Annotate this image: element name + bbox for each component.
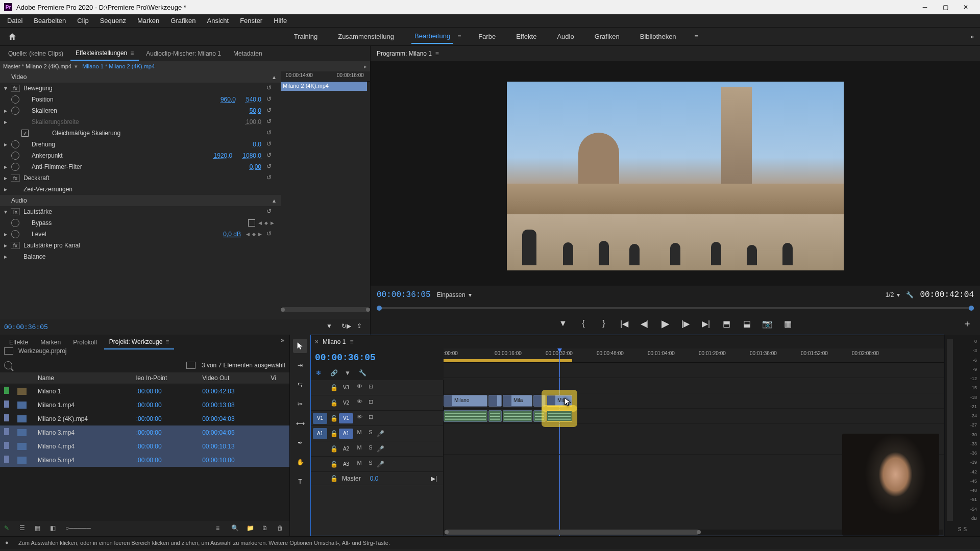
home-button[interactable] (6, 31, 18, 43)
reset-icon[interactable]: ↺ (266, 95, 275, 104)
new-item-icon[interactable]: 🗎 (262, 524, 270, 533)
stopwatch-icon[interactable] (11, 219, 19, 227)
overflow-icon[interactable]: » (281, 337, 284, 344)
audio-clip[interactable] (503, 410, 532, 422)
twirl-icon[interactable]: ▸ (2, 163, 9, 170)
video-track-header[interactable]: V1🔓V1👁⊡ (311, 411, 443, 426)
fx-badge[interactable]: fx (11, 242, 20, 249)
workspace-active-menu-icon[interactable]: ≡ (457, 33, 461, 40)
video-track-header[interactable]: 🔓V3👁⊡ (311, 380, 443, 395)
menu-grafiken[interactable]: Grafiken (165, 15, 201, 27)
video-clip[interactable] (488, 395, 502, 407)
new-bin-icon[interactable]: 📁 (247, 524, 255, 533)
menu-ansicht[interactable]: Ansicht (202, 15, 234, 27)
export-frame-button[interactable]: 📷 (762, 318, 773, 329)
video-track[interactable]: MilanoMilaMila (444, 393, 944, 409)
project-table[interactable]: Nameleo In-PointVideo OutVi Milano 1:00:… (0, 372, 289, 521)
mute-toggle[interactable]: M (354, 429, 364, 438)
lock-icon[interactable]: 🔓 (330, 430, 338, 437)
icon-view-icon[interactable]: ▦ (35, 524, 43, 533)
twirl-icon[interactable]: ▸ (2, 118, 9, 126)
level-value[interactable]: 0,0 dB (218, 231, 246, 238)
stopwatch-icon[interactable] (11, 163, 19, 171)
effect-timecode[interactable]: 00:00:36:05 (4, 323, 48, 331)
column-header[interactable]: Video Out (198, 372, 266, 384)
workspace-overflow[interactable]: » (970, 33, 974, 40)
mark-in-button[interactable]: { (578, 318, 589, 329)
video-clip[interactable]: Mila (547, 395, 572, 407)
prev-keyframe-icon[interactable]: ◀ (258, 220, 263, 226)
panel-menu-icon[interactable]: ≡ (130, 49, 134, 57)
scale-value[interactable]: 50,0 (244, 107, 266, 114)
track-output-toggle[interactable]: 👁 (354, 383, 364, 392)
lock-icon[interactable]: 🔓 (330, 461, 338, 468)
prev-keyframe-icon[interactable]: ◀ (246, 232, 251, 237)
twirl-icon[interactable]: ▸ (2, 107, 9, 114)
lock-icon[interactable]: 🔓 (330, 445, 338, 453)
twirl-icon[interactable]: ▾ (2, 85, 9, 92)
work-area-bar[interactable] (444, 359, 572, 362)
sync-lock-icon[interactable]: ⊡ (365, 414, 376, 423)
close-button[interactable]: ✕ (961, 2, 971, 12)
filter-icon[interactable]: ▼ (326, 322, 335, 332)
menu-fenster[interactable]: Fenster (235, 15, 267, 27)
twirl-icon[interactable]: ▸ (2, 186, 9, 193)
search-icon[interactable] (4, 361, 12, 369)
twirl-icon[interactable]: ▸ (2, 141, 9, 148)
source-tab[interactable]: Effekteinstellungen≡ (70, 46, 139, 61)
fx-badge[interactable]: fx (11, 85, 20, 92)
program-video-frame[interactable] (507, 82, 844, 270)
effect-zoom-scroll[interactable] (281, 307, 370, 312)
collapse-icon[interactable]: ▴ (273, 73, 276, 81)
twirl-icon[interactable]: ▸ (2, 231, 9, 238)
panel-menu-icon[interactable]: ≡ (350, 338, 353, 345)
audio-track-header[interactable]: 🔓A2MS🎤 (311, 441, 443, 457)
snap-icon[interactable]: ❄ (316, 369, 324, 378)
track-output-toggle[interactable]: 👁 (354, 398, 364, 408)
menu-sequenz[interactable]: Sequenz (95, 15, 131, 27)
reset-icon[interactable]: ↺ (266, 230, 275, 238)
source-tab[interactable]: Quelle: (keine Clips) (3, 47, 68, 60)
sequence-name[interactable]: Milano 1 (323, 338, 346, 345)
fx-badge[interactable]: fx (11, 208, 20, 215)
lock-icon[interactable]: 🔓 (330, 415, 338, 422)
anchor-y-value[interactable]: 1080,0 (237, 152, 266, 159)
step-back-button[interactable]: ◀| (639, 318, 650, 329)
motion-effect[interactable]: Bewegung (21, 85, 266, 92)
column-header[interactable]: leo In-Point (132, 372, 199, 384)
menu-bearbeiten[interactable]: Bearbeiten (29, 15, 71, 27)
sync-lock-icon[interactable]: ⊡ (365, 398, 376, 408)
reset-icon[interactable]: ↺ (266, 84, 275, 92)
step-forward-button[interactable]: |▶ (680, 318, 691, 329)
master-track-header[interactable]: 🔓Master0,0▶| (311, 472, 443, 485)
program-timecode-left[interactable]: 00:00:36:05 (377, 290, 431, 299)
go-to-in-button[interactable]: |◀ (619, 318, 630, 329)
chevron-down-icon[interactable]: ▾ (75, 63, 78, 69)
reset-icon[interactable]: ↺ (266, 107, 275, 115)
list-view-icon[interactable]: ☰ (19, 524, 28, 533)
video-track-header[interactable]: 🔓V2👁⊡ (311, 395, 443, 411)
solo-toggle[interactable]: S (365, 444, 376, 454)
twirl-icon[interactable]: ▸ (2, 242, 9, 249)
auto-sort-icon[interactable]: ≡ (216, 524, 224, 533)
trash-icon[interactable]: 🗑 (277, 524, 285, 533)
solo-toggle[interactable]: S (365, 429, 376, 438)
mark-out-button[interactable]: } (598, 318, 609, 329)
opacity-effect[interactable]: Deckkraft (21, 174, 266, 182)
selection-tool[interactable] (293, 339, 307, 353)
menu-clip[interactable]: Clip (72, 15, 93, 27)
menu-marken[interactable]: Marken (132, 15, 164, 27)
volume-effect[interactable]: Lautstärke (21, 208, 266, 215)
lock-icon[interactable]: 🔓 (330, 475, 338, 482)
find-icon[interactable]: 🔍 (231, 524, 239, 533)
reset-icon[interactable]: ↺ (266, 118, 275, 126)
uniform-scale-checkbox[interactable] (21, 130, 29, 137)
next-keyframe-icon[interactable]: ▶ (258, 232, 263, 237)
reset-icon[interactable]: ↺ (266, 163, 275, 171)
channel-volume-effect[interactable]: Lautstärke pro Kanal (21, 242, 279, 249)
workspace-training[interactable]: Training (291, 30, 321, 43)
audio-clip[interactable] (444, 410, 487, 422)
freeform-view-icon[interactable]: ◧ (50, 524, 58, 533)
next-keyframe-icon[interactable]: ▶ (271, 220, 276, 226)
ripple-edit-tool[interactable]: ⇆ (293, 378, 307, 392)
